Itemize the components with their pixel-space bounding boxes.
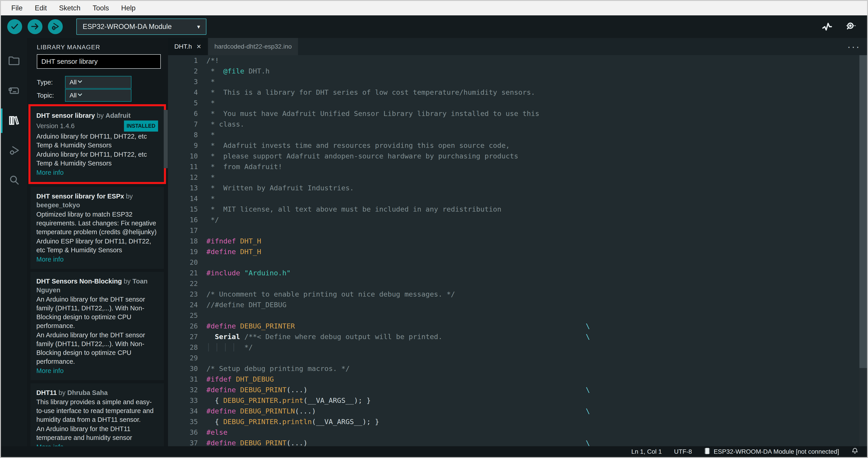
code-line[interactable]: 30/* Setup debug printing macros. */	[168, 363, 867, 374]
library-author: Adafruit	[105, 112, 130, 119]
library-entry-title: DHT sensor library for ESPx by beegee_to…	[36, 192, 158, 209]
tab-sketch-ino[interactable]: hardcoded-dht22-esp32.ino	[208, 38, 298, 55]
board-selector[interactable]: ESP32-WROOM-DA Module ▾	[76, 19, 207, 35]
code-line[interactable]: 14 *	[168, 193, 867, 204]
sidebar-item-boards-manager[interactable]	[1, 76, 27, 106]
more-actions-icon[interactable]: ···	[847, 40, 867, 53]
activity-bar	[1, 38, 27, 446]
code-line[interactable]: 5 *	[168, 98, 867, 108]
code-line[interactable]: 11 * from Adafruit!	[168, 162, 867, 172]
debug-button[interactable]	[48, 19, 63, 34]
code-token: .	[278, 418, 282, 426]
menu-file[interactable]: File	[7, 3, 27, 13]
code-line[interactable]: 7 * class.	[168, 119, 867, 130]
topic-select[interactable]: All	[65, 89, 131, 102]
code-line[interactable]: 32#define DEBUG_PRINT(...)\	[168, 384, 867, 395]
menu-bar: File Edit Sketch Tools Help	[1, 1, 867, 16]
board-status[interactable]: ESP32-WROOM-DA Module [not connected]	[704, 447, 839, 456]
code-line[interactable]: 18#ifndef DHT_H	[168, 236, 867, 247]
code-line[interactable]: 6 * You must have Adafruit Unified Senso…	[168, 108, 867, 119]
library-entry[interactable]: DHT sensor library for ESPx by beegee_to…	[30, 187, 164, 269]
library-entry[interactable]: DHT sensor library by AdafruitVersion 1.…	[30, 106, 164, 182]
sidebar-item-search[interactable]	[1, 166, 27, 195]
tab-bar: DHT.h ✕ hardcoded-dht22-esp32.ino ···	[168, 38, 867, 55]
toolbar-right	[822, 21, 867, 33]
code-line[interactable]: 33 { DEBUG_PRINTER.print(__VA_ARGS__); }	[168, 395, 867, 406]
code-line[interactable]: 9 * Adafruit invests time and resources …	[168, 140, 867, 151]
close-icon[interactable]: ✕	[196, 43, 202, 50]
code-token: /* Setup debug printing macros. */	[207, 365, 350, 373]
notifications-bell-icon[interactable]	[851, 447, 859, 456]
toolbar: ESP32-WROOM-DA Module ▾	[1, 16, 867, 38]
code-token: .	[278, 396, 282, 404]
code-token	[207, 333, 215, 341]
cursor-position[interactable]: Ln 1, Col 1	[631, 448, 662, 455]
code-line[interactable]: 3 *	[168, 77, 867, 87]
code-line[interactable]: 19#define DHT_H	[168, 247, 867, 257]
code-line[interactable]: 25	[168, 310, 867, 321]
editor-scrollbar[interactable]	[860, 55, 867, 446]
verify-button[interactable]	[7, 19, 22, 34]
code-line[interactable]: 27 Serial /**< Define where debug output…	[168, 332, 867, 342]
more-info-link[interactable]: More info	[36, 255, 64, 264]
code-line[interactable]: 1/*!	[168, 55, 867, 66]
sidebar-item-library-manager[interactable]	[1, 106, 27, 136]
library-entry[interactable]: DHT Sensors Non-Blocking by Toan NguyenA…	[30, 272, 164, 380]
code-line[interactable]: 10 * please support Adafruit andopen-sou…	[168, 151, 867, 162]
line-number: 36	[168, 427, 198, 438]
code-line[interactable]: 16 */	[168, 214, 867, 225]
code-token: (...)	[286, 439, 308, 446]
code-line[interactable]: 22	[168, 278, 867, 289]
more-info-link[interactable]: More info	[36, 168, 64, 177]
code-line[interactable]: 28│ │ │ │ */	[168, 342, 867, 353]
code-line[interactable]: 2 * @file DHT.h	[168, 66, 867, 77]
tab-dht-h[interactable]: DHT.h ✕	[168, 38, 208, 55]
upload-button[interactable]	[28, 19, 42, 34]
code-token: __VA_ARGS__	[316, 418, 362, 426]
code-line[interactable]: 24//#define DHT_DEBUG	[168, 299, 867, 310]
line-number: 16	[168, 214, 198, 225]
folder-icon	[7, 54, 21, 68]
code-line[interactable]: 26#define DEBUG_PRINTER\	[168, 321, 867, 332]
code-token	[240, 269, 244, 277]
by-label: by	[124, 193, 133, 200]
library-entry[interactable]: DHT11 by Dhruba SahaThis library provide…	[30, 383, 164, 446]
panel-title: LIBRARY MANAGER	[37, 44, 100, 51]
serial-monitor-button[interactable]	[844, 21, 856, 33]
debug-bug-icon	[7, 144, 21, 158]
menu-edit[interactable]: Edit	[30, 3, 51, 13]
menu-sketch[interactable]: Sketch	[55, 3, 85, 13]
menu-help[interactable]: Help	[117, 3, 140, 13]
code-line[interactable]: 37#define DEBUG_PRINT(...)\	[168, 438, 867, 446]
code-line[interactable]: 34#define DEBUG_PRINTLN(...)\	[168, 406, 867, 417]
code-line[interactable]: 29	[168, 353, 867, 363]
line-number: 26	[168, 321, 198, 332]
code-line[interactable]: 35 { DEBUG_PRINTER.println(__VA_ARGS__);…	[168, 417, 867, 427]
code-line[interactable]: 8 *	[168, 130, 867, 140]
menu-tools[interactable]: Tools	[88, 3, 113, 13]
code-editor[interactable]: 1/*!2 * @file DHT.h3 *4 * This is a libr…	[168, 55, 867, 446]
type-select[interactable]: All	[65, 76, 131, 89]
panel-scrollbar[interactable]	[164, 110, 168, 168]
line-continuation: \	[586, 406, 590, 417]
more-info-link[interactable]: More info	[36, 442, 64, 446]
code-line[interactable]: 21#include "Arduino.h"	[168, 268, 867, 278]
library-search-input[interactable]	[37, 54, 161, 69]
code-line[interactable]: 23/* Uncomment to enable printing out ni…	[168, 289, 867, 299]
code-line[interactable]: 13 * Written by Adafruit Industries.	[168, 183, 867, 193]
code-line[interactable]: 15 * MIT license, all text above must be…	[168, 204, 867, 214]
code-line[interactable]: 12 *	[168, 172, 867, 183]
serial-plotter-button[interactable]	[822, 21, 833, 32]
code-line[interactable]: 20	[168, 257, 867, 268]
more-info-link[interactable]: More info	[36, 367, 64, 375]
code-line[interactable]: 4 * This is a library for DHT series of …	[168, 87, 867, 98]
code-token: *	[207, 99, 215, 107]
encoding[interactable]: UTF-8	[674, 448, 692, 455]
code-line[interactable]: 31#ifdef DHT_DEBUG	[168, 374, 867, 384]
editor-scrollbar-thumb[interactable]	[860, 55, 867, 368]
code-line[interactable]: 17	[168, 225, 867, 236]
code-line[interactable]: 36#else	[168, 427, 867, 438]
line-number: 1	[168, 55, 198, 66]
sidebar-item-debug[interactable]	[1, 136, 27, 166]
sidebar-item-sketchbook[interactable]	[1, 46, 27, 76]
